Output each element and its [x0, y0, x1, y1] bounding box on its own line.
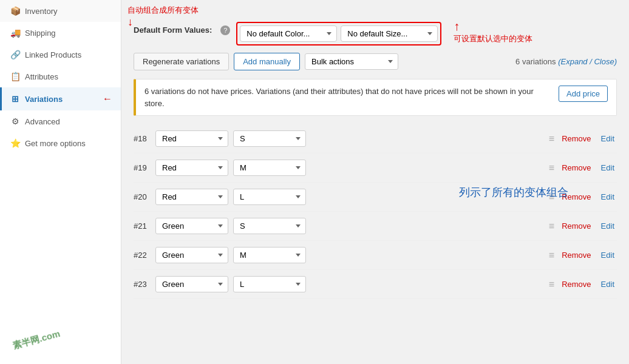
- variations-arrow: ←: [103, 93, 112, 104]
- variation-row: #23 RedGreenBlue SML ≡ Remove Edit: [134, 270, 617, 299]
- attributes-icon: 📋: [10, 72, 20, 81]
- drag-handle-20[interactable]: ≡: [549, 192, 554, 203]
- sidebar-item-shipping[interactable]: 🚚 Shipping: [0, 22, 121, 44]
- default-form-label: Default Form Values:: [134, 25, 212, 35]
- sidebar-item-linked-products[interactable]: 🔗 Linked Products: [0, 44, 121, 66]
- variation-row: #21 RedGreenBlue SML ≡ Remove Edit: [134, 212, 617, 241]
- remove-button-19[interactable]: Remove: [559, 163, 593, 172]
- advanced-icon: ⚙: [10, 116, 20, 126]
- drag-handle-18[interactable]: ≡: [549, 133, 554, 144]
- variation-size-19[interactable]: SML: [233, 160, 306, 176]
- variation-size-23[interactable]: SML: [233, 276, 306, 292]
- variations-count: 6 variations (Expand / Close): [515, 57, 617, 66]
- drag-handle-22[interactable]: ≡: [549, 250, 554, 261]
- remove-button-21[interactable]: Remove: [559, 221, 593, 231]
- variation-row: #22 RedGreenBlue SML ≡ Remove Edit: [134, 241, 617, 270]
- edit-button-18[interactable]: Edit: [599, 134, 617, 143]
- variation-id-19: #19: [134, 163, 151, 172]
- main-content: 自动组合成所有变体 ↓ Default Form Values: ? No de…: [121, 0, 629, 364]
- variation-color-22[interactable]: RedGreenBlue: [155, 247, 228, 263]
- sidebar-label-get-more: Get more options: [25, 139, 86, 148]
- variation-row: #20 RedGreenBlue SML ≡ Remove Edit: [134, 183, 617, 212]
- variation-id-18: #18: [134, 134, 151, 143]
- sidebar-label-attributes: Attributes: [25, 72, 58, 81]
- edit-button-19[interactable]: Edit: [599, 163, 617, 172]
- edit-button-21[interactable]: Edit: [599, 221, 617, 231]
- variation-id-21: #21: [134, 221, 151, 231]
- drag-handle-19[interactable]: ≡: [549, 163, 554, 174]
- edit-button-22[interactable]: Edit: [599, 251, 617, 260]
- remove-button-22[interactable]: Remove: [559, 251, 593, 260]
- add-price-button[interactable]: Add price: [559, 86, 608, 102]
- remove-button-20[interactable]: Remove: [559, 192, 593, 201]
- variation-size-22[interactable]: SML: [233, 247, 306, 263]
- drag-handle-21[interactable]: ≡: [549, 221, 554, 232]
- star-icon: ⭐: [10, 138, 20, 148]
- notice-text: 6 variations do not have prices. Variati…: [144, 86, 552, 109]
- sidebar-label-advanced: Advanced: [25, 117, 60, 126]
- top-bar: Default Form Values: ? No default Color.…: [134, 22, 617, 46]
- sidebar-label-linked: Linked Products: [25, 50, 81, 59]
- sidebar-item-variations[interactable]: ⊞ Variations ←: [0, 87, 121, 110]
- color-dropdown[interactable]: No default Color... Red Green Blue: [240, 25, 337, 42]
- regenerate-variations-button[interactable]: Regenerate variations: [134, 53, 229, 70]
- variation-color-21[interactable]: RedGreenBlue: [155, 218, 228, 234]
- sidebar-item-advanced[interactable]: ⚙ Advanced: [0, 110, 121, 132]
- shipping-icon: 🚚: [10, 28, 20, 38]
- variation-color-20[interactable]: RedGreenBlue: [155, 189, 228, 205]
- no-prices-notice: 6 variations do not have prices. Variati…: [134, 79, 617, 116]
- drag-handle-23[interactable]: ≡: [549, 279, 554, 290]
- sidebar: 📦 Inventory 🚚 Shipping 🔗 Linked Products…: [0, 0, 121, 364]
- annotation-default-selected: ↑ 可设置默认选中的变体: [454, 19, 532, 44]
- variation-size-21[interactable]: SML: [233, 218, 306, 234]
- variation-color-18[interactable]: RedGreenBlue: [155, 130, 228, 147]
- variation-color-23[interactable]: RedGreenBlue: [155, 276, 228, 292]
- variation-color-19[interactable]: RedGreenBlue: [155, 160, 228, 176]
- variations-list: 列示了所有的变体组合 #18 RedGreenBlue SML ≡ Remove…: [134, 124, 617, 299]
- bulk-actions-dropdown[interactable]: Bulk actions Set regular prices Set sale…: [305, 53, 398, 70]
- variations-icon: ⊞: [10, 94, 20, 104]
- sidebar-label-shipping: Shipping: [25, 29, 56, 38]
- action-row: Regenerate variations Add manually Bulk …: [134, 53, 617, 70]
- variation-size-20[interactable]: SML: [233, 189, 306, 205]
- edit-button-20[interactable]: Edit: [599, 192, 617, 201]
- help-icon[interactable]: ?: [220, 25, 230, 35]
- variation-id-23: #23: [134, 280, 151, 289]
- variation-row: #18 RedGreenBlue SML ≡ Remove Edit: [134, 124, 617, 153]
- edit-button-23[interactable]: Edit: [599, 280, 617, 289]
- remove-button-18[interactable]: Remove: [559, 134, 593, 143]
- variation-size-18[interactable]: SML: [233, 130, 306, 147]
- default-dropdowns-group: No default Color... Red Green Blue No de…: [236, 22, 441, 46]
- linked-icon: 🔗: [10, 50, 20, 59]
- sidebar-label-variations: Variations: [25, 95, 63, 104]
- sidebar-item-attributes[interactable]: 📋 Attributes: [0, 66, 121, 87]
- sidebar-item-get-more[interactable]: ⭐ Get more options: [0, 132, 121, 154]
- variation-id-20: #20: [134, 192, 151, 201]
- variation-row: #19 RedGreenBlue SML ≡ Remove Edit: [134, 153, 617, 183]
- sidebar-label-inventory: Inventory: [25, 7, 57, 16]
- expand-close-link[interactable]: (Expand / Close): [558, 57, 617, 66]
- sidebar-item-inventory[interactable]: 📦 Inventory: [0, 0, 121, 22]
- remove-button-23[interactable]: Remove: [559, 280, 593, 289]
- add-manually-button[interactable]: Add manually: [234, 53, 300, 70]
- variation-id-22: #22: [134, 251, 151, 260]
- size-dropdown[interactable]: No default Size... S M L: [341, 25, 438, 42]
- inventory-icon: 📦: [10, 6, 20, 16]
